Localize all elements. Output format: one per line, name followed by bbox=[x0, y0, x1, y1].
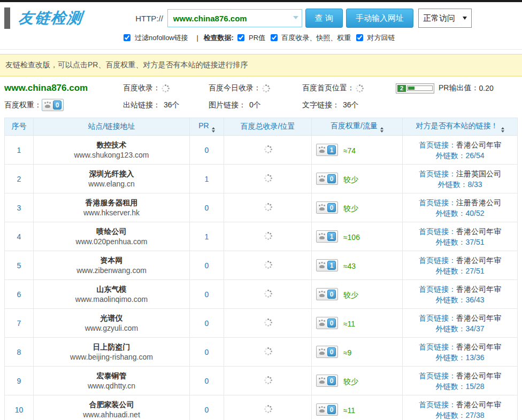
homepage-link-label: 首页链接： bbox=[419, 169, 456, 178]
site-name-link[interactable]: 山东气模 bbox=[34, 284, 189, 294]
protocol-label: HTTP:// bbox=[135, 14, 163, 23]
outbound-label: 出站链接： bbox=[123, 100, 160, 110]
site-url-link[interactable]: www.hkserver.hk bbox=[34, 208, 189, 218]
outlink-count-line[interactable]: 外链数：27/38 bbox=[403, 410, 517, 420]
table-row: 1 数控技术 www.shukong123.com 0 1 ≈74 首页链接：香… bbox=[5, 136, 518, 165]
pr-meter-track bbox=[407, 85, 433, 91]
outlink-count-line[interactable]: 外链数：34/37 bbox=[403, 323, 517, 334]
baidu-weight-badge: 0 bbox=[42, 99, 64, 111]
anchor-text: 香港公司年审 bbox=[456, 256, 501, 265]
outlink-count-line[interactable]: 外链数：15/28 bbox=[403, 381, 517, 392]
logo[interactable]: 友链检测 bbox=[4, 7, 83, 29]
homepage-link-label: 首页链接： bbox=[419, 141, 456, 149]
sort-icon[interactable] bbox=[380, 127, 383, 133]
homepage-link-line[interactable]: 首页链接：香港公司年审 bbox=[403, 226, 517, 237]
homepage-link-label: 首页链接： bbox=[419, 227, 456, 236]
homepage-link-label: 首页链接： bbox=[419, 400, 456, 409]
site-cell: 合肥家装公司 www.ahhuadi.net bbox=[34, 395, 190, 420]
pr-checkbox[interactable] bbox=[237, 34, 244, 41]
outlink-count-line[interactable]: 外链数：8/33 bbox=[403, 179, 517, 190]
outlink-count-line[interactable]: 外链数：27/51 bbox=[403, 266, 517, 276]
baidu-total-cell bbox=[224, 367, 312, 395]
outlink-count-line[interactable]: 外链数：26/54 bbox=[403, 150, 517, 161]
homepage-link-label: 首页链接： bbox=[419, 198, 456, 207]
backlink-checkbox[interactable] bbox=[356, 34, 363, 41]
site-url-link[interactable]: www.qdhtty.cn bbox=[34, 381, 189, 391]
site-name-link[interactable]: 数控技术 bbox=[34, 140, 189, 150]
col-header-weight[interactable]: 百度权重/流量 bbox=[312, 118, 403, 136]
pr-output-label: PR输出值： bbox=[439, 83, 479, 93]
site-name-link[interactable]: 深圳光纤接入 bbox=[34, 169, 189, 179]
filter-nofollow-checkbox[interactable] bbox=[124, 34, 130, 41]
site-url-link[interactable]: www.maolinqimo.com bbox=[34, 294, 189, 305]
table-row: 2 深圳光纤接入 www.elang.cn 1 0 较少 首页链接：注册英国公司… bbox=[5, 165, 518, 193]
pr-meter-value: 2 bbox=[397, 85, 406, 92]
homepage-link-line[interactable]: 首页链接：香港公司年审 bbox=[403, 313, 517, 323]
anchor-text: 香港公司年审 bbox=[456, 227, 501, 236]
site-name-link[interactable]: 光谱仪 bbox=[34, 313, 189, 323]
homepage-link-line[interactable]: 首页链接：香港公司年审 bbox=[403, 284, 517, 294]
baidu-option: 百度收录、快照、权重 bbox=[271, 34, 353, 42]
outlink-count-line[interactable]: 外链数：40/52 bbox=[403, 208, 517, 219]
site-url-link[interactable]: www.shukong123.com bbox=[34, 150, 189, 160]
homepage-link-line[interactable]: 首页链接：注册英国公司 bbox=[403, 168, 517, 179]
homepage-link-line[interactable]: 首页链接：香港公司年审 bbox=[403, 370, 517, 381]
pr-value: 0 bbox=[190, 193, 224, 222]
site-url-link[interactable]: www.zibenwang.com bbox=[34, 266, 189, 276]
weight-cell: 1 ≈43 bbox=[312, 251, 403, 280]
site-url-link[interactable]: www.elang.cn bbox=[34, 179, 189, 189]
row-index: 6 bbox=[5, 280, 34, 309]
site-url-link[interactable]: www.beijing-rishang.com bbox=[34, 352, 189, 362]
traffic-estimate: ≈9 bbox=[343, 348, 351, 357]
col-header-pr[interactable]: PR bbox=[190, 118, 224, 136]
col-header-backlink[interactable]: 对方是否有本站的链接！ bbox=[403, 118, 518, 136]
outlink-count-line[interactable]: 外链数：36/43 bbox=[403, 294, 517, 305]
manual-input-button[interactable]: 手动输入网址 bbox=[346, 9, 413, 28]
site-name-link[interactable]: 喷绘公司 bbox=[34, 227, 189, 237]
site-name-link[interactable]: 日上防盗门 bbox=[34, 342, 189, 352]
site-url-link[interactable]: www.ahhuadi.net bbox=[34, 410, 189, 420]
traffic-estimate: ≈74 bbox=[343, 146, 356, 155]
paw-icon bbox=[318, 146, 326, 153]
pr-value: 1 bbox=[190, 165, 224, 193]
baidu-total-cell bbox=[224, 222, 312, 251]
weight-cell: 0 ≈9 bbox=[312, 338, 403, 367]
outlink-count: 27/38 bbox=[465, 411, 484, 419]
outlink-count-line[interactable]: 外链数：37/51 bbox=[403, 237, 517, 247]
paw-icon bbox=[44, 102, 51, 108]
site-name-link[interactable]: 合肥家装公司 bbox=[34, 400, 189, 410]
search-button[interactable]: 查 询 bbox=[305, 9, 343, 28]
homepage-link-line[interactable]: 首页链接：香港公司年审 bbox=[403, 341, 517, 352]
text-links-label: 文字链接： bbox=[302, 100, 340, 110]
pr-value: 0 bbox=[190, 280, 224, 309]
site-name-link[interactable]: 资本网 bbox=[34, 255, 189, 266]
site-url-link[interactable]: www.020penhua.com bbox=[34, 237, 189, 247]
homepage-link-line[interactable]: 首页链接：香港公司年审 bbox=[403, 255, 517, 266]
logo-title[interactable]: 友链检测 bbox=[18, 8, 84, 28]
weight-number: 0 bbox=[327, 405, 336, 414]
traffic-estimate: 较少 bbox=[343, 291, 358, 299]
homepage-link-line[interactable]: 首页链接：注册香港公司 bbox=[403, 197, 517, 208]
sort-icon[interactable] bbox=[212, 127, 215, 133]
image-links-label: 图片链接： bbox=[209, 100, 246, 110]
site-url-link[interactable]: www.gzyuli.com bbox=[34, 323, 189, 333]
anchor-text: 香港公司年审 bbox=[456, 285, 501, 293]
traffic-estimate: ≈11 bbox=[343, 320, 355, 328]
baidu-weight-badge: 0 bbox=[316, 288, 338, 300]
chevron-down-icon[interactable] bbox=[293, 16, 298, 19]
homepage-link-line[interactable]: 首页链接：香港公司年审 bbox=[403, 139, 517, 150]
baidu-weight-badge: 0 bbox=[316, 201, 338, 214]
access-mode-select[interactable]: 正常访问 bbox=[418, 9, 472, 28]
sort-icon[interactable] bbox=[501, 127, 504, 133]
url-input[interactable] bbox=[167, 9, 302, 27]
backlink-cell: 首页链接：香港公司年审 外链数：27/51 bbox=[403, 251, 518, 280]
site-name-link[interactable]: 宏泰铜管 bbox=[34, 371, 189, 381]
site-name-link[interactable]: 香港服务器租用 bbox=[34, 198, 189, 208]
loading-spinner bbox=[261, 83, 271, 93]
baidu-checkbox[interactable] bbox=[271, 34, 278, 41]
homepage-link-line[interactable]: 首页链接：香港公司年审 bbox=[403, 399, 517, 410]
checked-domain[interactable]: www.china876.com bbox=[4, 83, 88, 94]
outlink-count-line[interactable]: 外链数：13/36 bbox=[403, 352, 517, 363]
baidu-weight-badge: 0 bbox=[316, 375, 338, 387]
pr-value: 0 bbox=[190, 338, 224, 367]
